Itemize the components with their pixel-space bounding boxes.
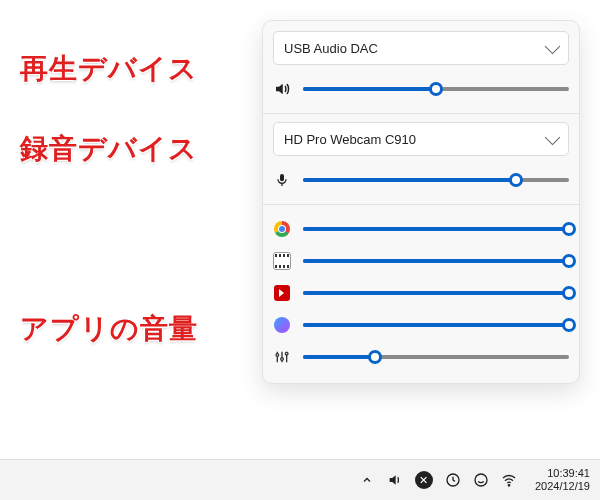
label-recording-device: 録音デバイス — [20, 130, 198, 168]
system-tray: ✕ — [359, 471, 517, 489]
app-volume-row — [273, 277, 569, 309]
divider — [263, 204, 579, 205]
chrome-icon[interactable] — [273, 220, 291, 238]
playback-volume-row — [273, 73, 569, 105]
tray-ime-icon[interactable] — [473, 472, 489, 488]
tray-clock-icon[interactable] — [445, 472, 461, 488]
svg-rect-0 — [280, 174, 284, 181]
yt-icon[interactable] — [273, 284, 291, 302]
mixer-icon[interactable] — [273, 348, 291, 366]
svg-point-1 — [276, 354, 279, 357]
recording-device-dropdown[interactable]: HD Pro Webcam C910 — [273, 122, 569, 156]
recording-section: HD Pro Webcam C910 — [263, 118, 579, 200]
microphone-icon[interactable] — [273, 171, 291, 189]
label-playback-device: 再生デバイス — [20, 50, 198, 88]
tray-network-icon[interactable] — [501, 472, 517, 488]
svg-point-5 — [475, 474, 487, 486]
tray-app-icon[interactable]: ✕ — [415, 471, 433, 489]
playback-volume-slider[interactable] — [303, 80, 569, 98]
app-volume-slider[interactable] — [303, 316, 569, 334]
svg-point-2 — [281, 358, 284, 361]
app-volume-row — [273, 213, 569, 245]
taskbar: ✕ 10:39:41 2024/12/19 — [0, 459, 600, 500]
app-volume-row — [273, 245, 569, 277]
svg-point-6 — [508, 485, 509, 486]
mpc-icon[interactable] — [273, 252, 291, 270]
app-volume-slider[interactable] — [303, 252, 569, 270]
app-volume-row — [273, 309, 569, 341]
chevron-down-icon — [545, 129, 561, 145]
recording-device-name: HD Pro Webcam C910 — [284, 132, 416, 147]
recording-volume-row — [273, 164, 569, 196]
recording-volume-slider[interactable] — [303, 171, 569, 189]
app-volume-section — [263, 209, 579, 377]
app-volume-slider[interactable] — [303, 220, 569, 238]
volume-flyout-panel: USB Audio DAC HD Pro Webcam C9 — [262, 20, 580, 384]
taskbar-date: 2024/12/19 — [535, 480, 590, 493]
wf-icon[interactable] — [273, 316, 291, 334]
label-app-volume: アプリの音量 — [20, 310, 198, 348]
playback-section: USB Audio DAC — [263, 27, 579, 109]
svg-point-3 — [285, 352, 288, 355]
chevron-down-icon — [545, 38, 561, 54]
playback-device-name: USB Audio DAC — [284, 41, 378, 56]
divider — [263, 113, 579, 114]
taskbar-clock[interactable]: 10:39:41 2024/12/19 — [535, 467, 590, 493]
app-volume-slider[interactable] — [303, 284, 569, 302]
mixer-volume-slider[interactable] — [303, 348, 569, 366]
tray-speaker-icon[interactable] — [387, 472, 403, 488]
mixer-row — [273, 341, 569, 373]
taskbar-time: 10:39:41 — [535, 467, 590, 480]
speaker-icon[interactable] — [273, 80, 291, 98]
tray-overflow-icon[interactable] — [359, 472, 375, 488]
playback-device-dropdown[interactable]: USB Audio DAC — [273, 31, 569, 65]
